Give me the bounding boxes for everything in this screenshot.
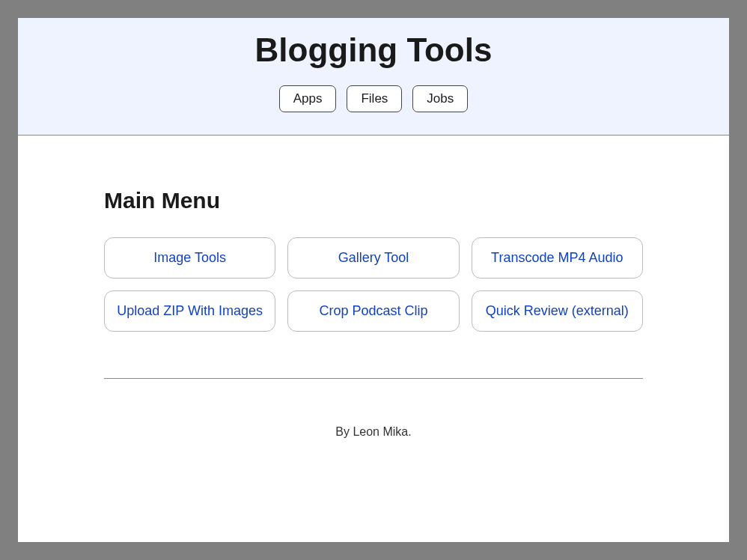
top-nav: Apps Files Jobs — [18, 85, 729, 112]
footer-byline: By Leon Mika. — [104, 425, 643, 439]
menu-item-upload-zip-with-images[interactable]: Upload ZIP With Images — [104, 290, 275, 332]
nav-apps-button[interactable]: Apps — [279, 85, 337, 112]
nav-files-button[interactable]: Files — [347, 85, 402, 112]
main-content: Main Menu Image Tools Gallery Tool Trans… — [18, 136, 729, 542]
menu-item-crop-podcast-clip[interactable]: Crop Podcast Clip — [287, 290, 459, 332]
menu-item-gallery-tool[interactable]: Gallery Tool — [287, 237, 459, 279]
menu-item-quick-review-external[interactable]: Quick Review (external) — [472, 290, 643, 332]
menu-grid: Image Tools Gallery Tool Transcode MP4 A… — [104, 237, 643, 332]
nav-jobs-button[interactable]: Jobs — [412, 85, 468, 112]
footer-divider — [104, 378, 643, 379]
menu-item-transcode-mp4-audio[interactable]: Transcode MP4 Audio — [472, 237, 643, 279]
header: Blogging Tools Apps Files Jobs — [18, 18, 729, 136]
menu-item-image-tools[interactable]: Image Tools — [104, 237, 275, 279]
section-title: Main Menu — [104, 188, 643, 213]
page-title: Blogging Tools — [18, 31, 729, 69]
